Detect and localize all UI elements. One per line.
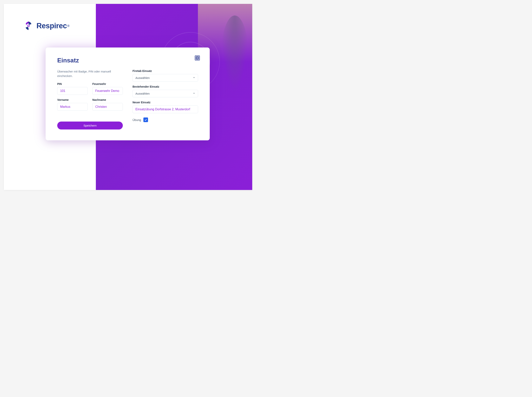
firetab-select[interactable]: Auswählen — [133, 74, 198, 82]
svg-rect-4 — [197, 57, 198, 59]
brand-logo: Respirec® — [23, 21, 70, 31]
svg-rect-3 — [196, 57, 199, 59]
brand-text: Respirec — [37, 22, 67, 30]
logo-mark-icon — [23, 21, 34, 31]
field-group-neuer: Neuer Einsatz — [133, 101, 198, 113]
card-grid: Überwacher mit Badge, PIN oder manuell e… — [57, 69, 198, 130]
bestehender-select[interactable]: Auswählen — [133, 90, 198, 97]
brand-name: Respirec® — [37, 22, 70, 30]
neuer-label: Neuer Einsatz — [133, 101, 198, 104]
nachname-label: Nachname — [92, 98, 123, 101]
left-column: Überwacher mit Badge, PIN oder manuell e… — [57, 69, 123, 130]
firetab-select-wrapper: Auswählen — [133, 74, 198, 82]
right-column: Firetab Einsatz Auswählen Bestehender Ei… — [133, 69, 198, 130]
page-container: Respirec® Einsatz Überwacher mit Badge, … — [4, 4, 252, 190]
einsatz-card: Einsatz Überwacher mit Badge, PIN oder m… — [46, 48, 210, 140]
svg-point-1 — [28, 25, 29, 26]
save-button[interactable]: Speichern — [57, 122, 123, 130]
feuerwehr-input[interactable] — [92, 87, 123, 95]
feuerwehr-label: Feuerwehr — [92, 82, 123, 86]
field-group-feuerwehr: Feuerwehr — [92, 82, 123, 95]
bestehender-select-wrapper: Auswählen — [133, 90, 198, 97]
trademark-symbol: ® — [67, 24, 70, 28]
field-group-pin: PIN — [57, 82, 88, 95]
vorname-input[interactable] — [57, 103, 88, 111]
field-group-bestehender: Bestehender Einsatz Auswählen — [133, 85, 198, 97]
bestehender-label: Bestehender Einsatz — [133, 85, 198, 88]
nfc-icon[interactable] — [195, 55, 200, 61]
nachname-input[interactable] — [92, 103, 123, 111]
vorname-label: Vorname — [57, 98, 88, 101]
uebung-checkbox[interactable] — [143, 118, 148, 122]
uebung-row: Übung — [133, 118, 198, 122]
pin-label: PIN — [57, 82, 88, 86]
field-group-firetab: Firetab Einsatz Auswählen — [133, 69, 198, 82]
card-description: Überwacher mit Badge, PIN oder manuell e… — [57, 69, 123, 78]
firetab-label: Firetab Einsatz — [133, 69, 198, 73]
check-icon — [144, 118, 147, 121]
field-group-vorname: Vorname — [57, 98, 88, 111]
row-vorname-nachname: Vorname Nachname — [57, 98, 123, 111]
row-pin-feuerwehr: PIN Feuerwehr — [57, 82, 123, 95]
pin-input[interactable] — [57, 87, 88, 95]
card-title: Einsatz — [57, 57, 198, 64]
neuer-einsatz-input[interactable] — [133, 105, 198, 113]
uebung-label: Übung — [133, 118, 141, 122]
field-group-nachname: Nachname — [92, 98, 123, 111]
